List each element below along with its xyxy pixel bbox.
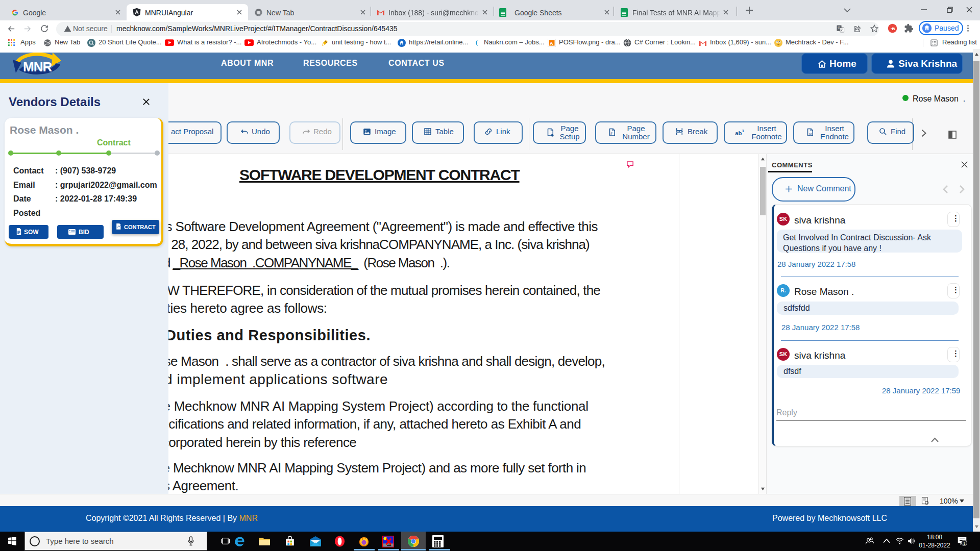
svg-text:B: B bbox=[892, 27, 895, 31]
svg-text:1: 1 bbox=[963, 541, 965, 546]
svg-text:ab: ab bbox=[735, 130, 742, 136]
svg-text:#: # bbox=[610, 132, 612, 135]
svg-text:A: A bbox=[550, 41, 553, 46]
svg-text:G: G bbox=[838, 26, 840, 29]
svg-text:MNR: MNR bbox=[23, 59, 52, 74]
svg-text:[ii]: [ii] bbox=[809, 133, 812, 136]
svg-text:1: 1 bbox=[742, 129, 744, 133]
